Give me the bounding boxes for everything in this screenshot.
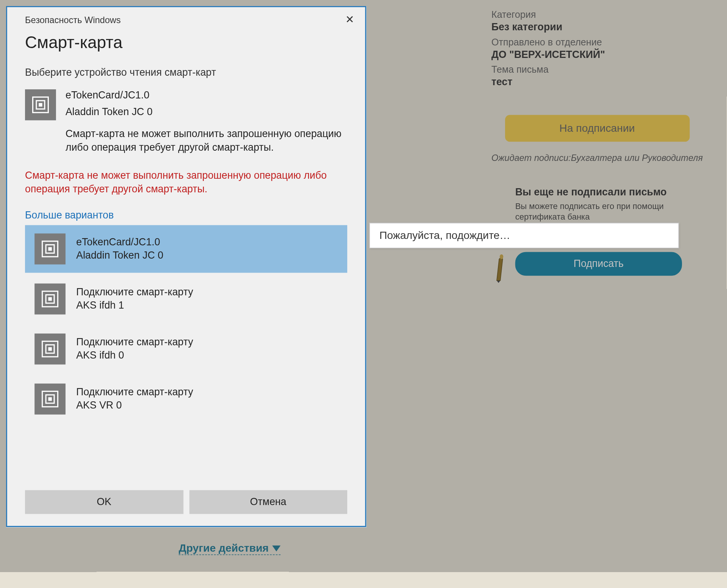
cancel-button[interactable]: Отмена bbox=[189, 490, 347, 514]
current-reader-title: eTokenCard/JC1.0 bbox=[66, 89, 347, 101]
svg-rect-6 bbox=[48, 247, 51, 250]
dialog-instruction: Выберите устройство чтения смарт-карт bbox=[7, 58, 365, 84]
dialog-titlebar-text: Безопасность Windows bbox=[25, 15, 121, 25]
wait-toast: Пожалуйста, подождите… bbox=[369, 223, 679, 248]
smartcard-icon bbox=[34, 333, 66, 364]
current-reader-row: eTokenCard/JC1.0 Aladdin Token JC 0 Смар… bbox=[7, 84, 365, 158]
close-button[interactable]: ✕ bbox=[342, 12, 358, 27]
windows-security-dialog: Безопасность Windows ✕ Смарт-карта Выбер… bbox=[6, 6, 367, 527]
reader-option-text: Подключите смарт-картуAKS ifdh 0 bbox=[76, 336, 193, 361]
dialog-titlebar: Безопасность Windows ✕ bbox=[7, 7, 365, 30]
reader-option[interactable]: Подключите смарт-картуAKS VR 0 bbox=[25, 375, 347, 423]
smartcard-icon bbox=[25, 89, 56, 120]
smartcard-icon bbox=[34, 233, 66, 264]
options-list: eTokenCard/JC1.0Aladdin Token JC 0Подклю… bbox=[7, 225, 365, 425]
current-reader-text: eTokenCard/JC1.0 Aladdin Token JC 0 Смар… bbox=[66, 89, 347, 155]
reader-option-subtitle: AKS ifdh 1 bbox=[76, 299, 193, 311]
svg-rect-9 bbox=[48, 297, 51, 301]
more-options-link[interactable]: Больше вариантов bbox=[7, 200, 365, 225]
close-icon: ✕ bbox=[345, 14, 354, 25]
reader-option-text: eTokenCard/JC1.0Aladdin Token JC 0 bbox=[76, 236, 163, 261]
ok-button[interactable]: OK bbox=[25, 490, 183, 514]
reader-option[interactable]: Подключите смарт-картуAKS ifdh 0 bbox=[25, 325, 347, 373]
dialog-heading: Смарт-карта bbox=[7, 30, 365, 59]
svg-rect-3 bbox=[39, 103, 42, 106]
reader-option-title: Подключите смарт-карту bbox=[76, 286, 193, 298]
dialog-buttons: OK Отмена bbox=[7, 478, 365, 526]
reader-option-title: Подключите смарт-карту bbox=[76, 336, 193, 348]
svg-rect-12 bbox=[48, 347, 51, 351]
reader-option-subtitle: Aladdin Token JC 0 bbox=[76, 250, 163, 261]
reader-option-text: Подключите смарт-картуAKS ifdh 1 bbox=[76, 286, 193, 311]
reader-option-subtitle: AKS VR 0 bbox=[76, 399, 193, 411]
current-reader-subtitle: Aladdin Token JC 0 bbox=[66, 106, 347, 118]
dialog-error: Смарт-карта не может выполнить запрошенн… bbox=[7, 158, 365, 200]
reader-option-title: eTokenCard/JC1.0 bbox=[76, 236, 163, 248]
smartcard-icon bbox=[34, 283, 66, 314]
reader-option-title: Подключите смарт-карту bbox=[76, 386, 193, 398]
reader-option-text: Подключите смарт-картуAKS VR 0 bbox=[76, 386, 193, 411]
reader-option[interactable]: Подключите смарт-картуAKS ifdh 1 bbox=[25, 275, 347, 323]
reader-option-subtitle: AKS ifdh 0 bbox=[76, 349, 193, 361]
svg-rect-15 bbox=[48, 397, 51, 401]
smartcard-icon bbox=[34, 384, 66, 415]
current-reader-warning: Смарт-карта не может выполнить запрошенн… bbox=[66, 128, 347, 155]
reader-option[interactable]: eTokenCard/JC1.0Aladdin Token JC 0 bbox=[25, 225, 347, 273]
